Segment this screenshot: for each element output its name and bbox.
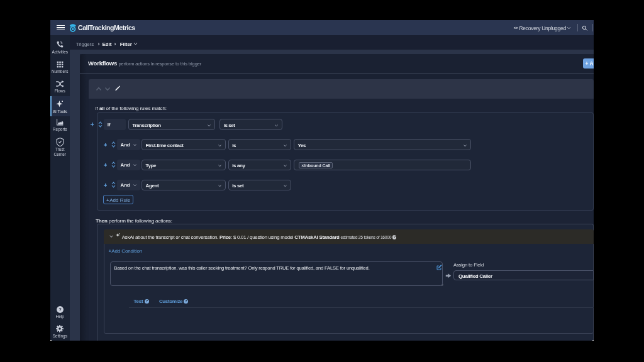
svg-text:?: ? (58, 307, 62, 312)
